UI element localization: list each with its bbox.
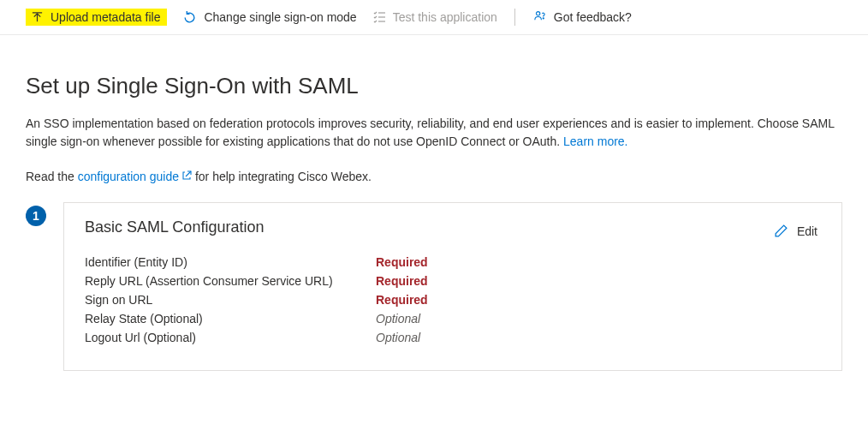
field-label: Logout Url (Optional) [85,331,376,344]
upload-metadata-button[interactable]: Upload metadata file [26,9,167,26]
field-row: Logout Url (Optional)Optional [85,331,821,344]
guide-pre: Read the [26,170,78,183]
main-content: Set up Single Sign-On with SAML An SSO i… [0,35,868,397]
external-link-icon [181,170,192,181]
change-mode-button[interactable]: Change single sign-on mode [182,10,356,25]
card-title: Basic SAML Configuration [85,218,821,236]
field-row: Sign on URLRequired [85,293,821,307]
toolbar-separator [514,9,515,26]
feedback-label: Got feedback? [554,10,632,24]
change-mode-label: Change single sign-on mode [204,10,356,24]
field-value: Optional [376,331,420,344]
field-row: Reply URL (Assertion Consumer Service UR… [85,274,821,288]
field-value: Optional [376,312,420,326]
edit-label: Edit [797,224,817,238]
test-application-button[interactable]: Test this application [372,10,497,24]
svg-point-0 [536,11,539,15]
field-label: Reply URL (Assertion Consumer Service UR… [85,274,376,288]
configuration-guide-link[interactable]: configuration guide [78,170,192,183]
svg-point-1 [543,17,544,18]
checklist-icon [372,10,386,24]
step-number-badge: 1 [26,206,46,226]
learn-more-link[interactable]: Learn more. [563,134,627,148]
test-application-label: Test this application [393,10,497,24]
upload-icon [31,11,44,24]
field-label: Relay State (Optional) [85,312,376,326]
basic-saml-card: Basic SAML Configuration Edit Identifier… [63,202,842,371]
guide-link-text: configuration guide [78,170,179,183]
field-value: Required [376,293,428,307]
page-title: Set up Single Sign-On with SAML [26,73,842,99]
pencil-icon [774,224,788,238]
field-value: Required [376,274,428,288]
toolbar: Upload metadata file Change single sign-… [0,0,868,35]
page-description: An SSO implementation based on federatio… [26,115,842,151]
edit-button[interactable]: Edit [774,224,817,238]
upload-metadata-label: Upload metadata file [51,10,160,24]
field-label: Identifier (Entity ID) [85,255,376,269]
field-value: Required [376,255,428,269]
feedback-button[interactable]: Got feedback? [532,10,632,25]
field-row: Identifier (Entity ID)Required [85,255,821,269]
feedback-icon [532,10,547,25]
description-text: An SSO implementation based on federatio… [26,116,834,148]
undo-icon [182,10,197,25]
guide-post: for help integrating Cisco Webex. [192,170,372,183]
step-1: 1 Basic SAML Configuration Edit Identifi… [26,202,842,371]
guide-line: Read the configuration guide for help in… [26,170,842,183]
field-row: Relay State (Optional)Optional [85,312,821,326]
field-label: Sign on URL [85,293,376,307]
